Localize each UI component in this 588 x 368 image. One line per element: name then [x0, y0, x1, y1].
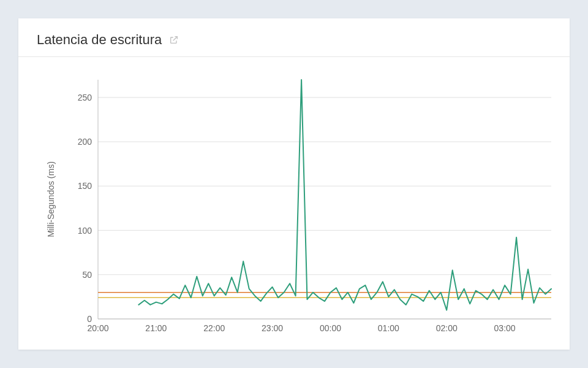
x-tick-label: 23:00	[262, 323, 283, 333]
x-tick-label: 01:00	[378, 323, 399, 333]
line-chart[interactable]: 05010015020025020:0021:0022:0023:0000:00…	[37, 74, 557, 337]
y-axis-label: Milli-Segundos (ms)	[46, 161, 56, 237]
y-tick-label: 50	[82, 270, 92, 280]
chart-card: Latencia de escritura 05010015020025020:…	[18, 18, 570, 350]
x-tick-label: 00:00	[320, 323, 341, 333]
x-tick-label: 22:00	[203, 323, 225, 333]
x-tick-label: 02:00	[436, 323, 458, 333]
external-link-icon[interactable]	[169, 35, 179, 45]
card-header: Latencia de escritura	[18, 18, 570, 57]
x-tick-label: 03:00	[494, 323, 516, 333]
x-tick-label: 21:00	[145, 323, 167, 333]
card-title: Latencia de escritura	[37, 32, 162, 48]
chart-area: 05010015020025020:0021:0022:0023:0000:00…	[37, 74, 557, 337]
y-tick-label: 250	[78, 93, 92, 102]
y-tick-label: 150	[78, 181, 92, 191]
x-tick-label: 20:00	[87, 323, 108, 333]
y-tick-label: 100	[78, 226, 92, 236]
y-tick-label: 200	[78, 137, 92, 147]
y-tick-label: 0	[87, 314, 92, 324]
series-write-latency	[138, 80, 551, 310]
